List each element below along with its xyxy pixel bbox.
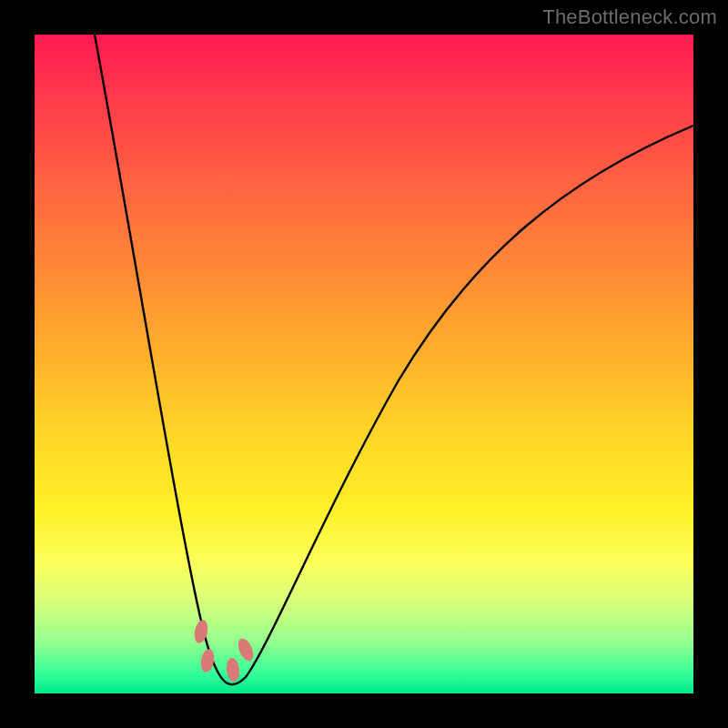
bottleneck-curve [95, 35, 693, 684]
marker-group [192, 619, 256, 682]
marker-d [235, 636, 256, 662]
chart-frame: TheBottleneck.com [0, 0, 728, 728]
marker-a [192, 619, 209, 644]
plot-area [35, 35, 693, 693]
attribution-label: TheBottleneck.com [542, 5, 717, 29]
curve-layer [35, 35, 693, 693]
marker-c [226, 657, 241, 682]
marker-b [199, 648, 216, 673]
